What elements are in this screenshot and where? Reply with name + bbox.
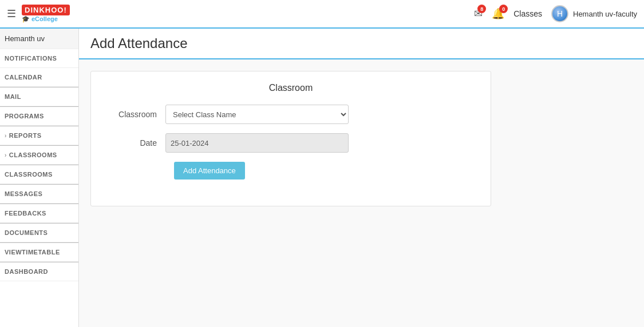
page-header: Add Attendance	[79, 29, 644, 59]
avatar-letter: H	[557, 9, 563, 18]
sidebar-user-label: Hemanth uv	[0, 29, 78, 49]
sidebar-label-viewtimetable: ViewTimeTable	[5, 249, 60, 256]
sidebar-label-feedbacks: FEEDBACKS	[5, 210, 46, 217]
date-label: Date	[108, 138, 165, 147]
avatar: H	[551, 5, 568, 22]
sidebar-label-dashboard: Dashboard	[5, 268, 48, 275]
navbar-right: ✉ 8 🔔 0 Classes H Hemanth uv-faculty	[474, 5, 637, 22]
sidebar-label-programs: PROGRAMS	[5, 113, 44, 119]
navbar-left: ☰ DINKHOO! 🎓 eCollege	[7, 5, 70, 23]
sidebar-item-dashboard[interactable]: Dashboard	[0, 262, 78, 281]
add-attendance-button[interactable]: Add Attendance	[174, 162, 245, 180]
chevron-icon-classrooms: ›	[5, 152, 7, 158]
card-title: Classroom	[108, 83, 473, 93]
sidebar-item-calendar[interactable]: CALENDAR	[0, 68, 78, 87]
sidebar-item-classrooms[interactable]: CLASSROOMS	[0, 165, 78, 184]
logo-area: DINKHOO! 🎓 eCollege	[22, 5, 70, 23]
sidebar-item-programs[interactable]: PROGRAMS	[0, 107, 78, 126]
sidebar: Hemanth uv NOTIFICATIONS CALENDAR MAIL P…	[0, 29, 79, 327]
sidebar-item-viewtimetable[interactable]: ViewTimeTable	[0, 243, 78, 262]
page-title: Add Attendance	[90, 35, 633, 51]
logo-subtitle: 🎓 eCollege	[22, 15, 70, 23]
user-name: Hemanth uv-faculty	[573, 10, 637, 18]
page-content: Classroom Classroom Select Class Name Da…	[79, 59, 644, 218]
classroom-row: Classroom Select Class Name	[108, 105, 473, 124]
submit-row: Add Attendance	[108, 162, 473, 180]
sidebar-label-messages: MESSAGES	[5, 190, 42, 197]
bell-badge: 0	[499, 5, 508, 13]
sidebar-item-notifications[interactable]: NOTIFICATIONS	[0, 49, 78, 68]
sidebar-item-reports[interactable]: › REPORTS	[0, 126, 78, 145]
sidebar-label-calendar: CALENDAR	[5, 74, 42, 81]
date-row: Date	[108, 133, 473, 153]
classroom-label: Classroom	[108, 110, 165, 119]
sidebar-label-classrooms-expand: CLASSROOMS	[9, 151, 57, 158]
sidebar-label-reports: REPORTS	[9, 132, 42, 139]
content-area: Add Attendance Classroom Classroom Selec…	[79, 29, 644, 327]
logo-text-wrap: DINKHOO! 🎓 eCollege	[22, 5, 70, 23]
sidebar-item-feedbacks[interactable]: FEEDBACKS	[0, 204, 78, 223]
mail-badge: 8	[477, 5, 486, 13]
top-navbar: ☰ DINKHOO! 🎓 eCollege ✉ 8 🔔 0 Classes H …	[0, 0, 644, 29]
mail-icon-wrap[interactable]: ✉ 8	[474, 7, 483, 20]
main-layout: Hemanth uv NOTIFICATIONS CALENDAR MAIL P…	[0, 29, 644, 327]
chevron-icon-reports: ›	[5, 133, 7, 139]
bell-icon-wrap[interactable]: 🔔 0	[492, 7, 504, 20]
sidebar-item-classrooms-expand[interactable]: › CLASSROOMS	[0, 146, 78, 165]
sidebar-label-classrooms: CLASSROOMS	[5, 171, 53, 178]
classes-link[interactable]: Classes	[513, 9, 542, 18]
attendance-card: Classroom Classroom Select Class Name Da…	[90, 71, 491, 206]
logo-main: DINKHOO!	[22, 5, 70, 16]
date-input	[165, 133, 349, 153]
sidebar-label-notifications: NOTIFICATIONS	[5, 55, 57, 62]
sidebar-label-documents: DOCUMENTS	[5, 229, 48, 236]
sidebar-item-mail[interactable]: MAIL	[0, 87, 78, 106]
hat-icon: 🎓	[22, 15, 30, 23]
classroom-select[interactable]: Select Class Name	[165, 105, 349, 124]
sidebar-label-mail: MAIL	[5, 93, 21, 100]
sidebar-item-messages[interactable]: MESSAGES	[0, 185, 78, 204]
sidebar-item-documents[interactable]: DOCUMENTS	[0, 224, 78, 242]
user-area[interactable]: H Hemanth uv-faculty	[551, 5, 637, 22]
hamburger-icon[interactable]: ☰	[7, 7, 16, 20]
